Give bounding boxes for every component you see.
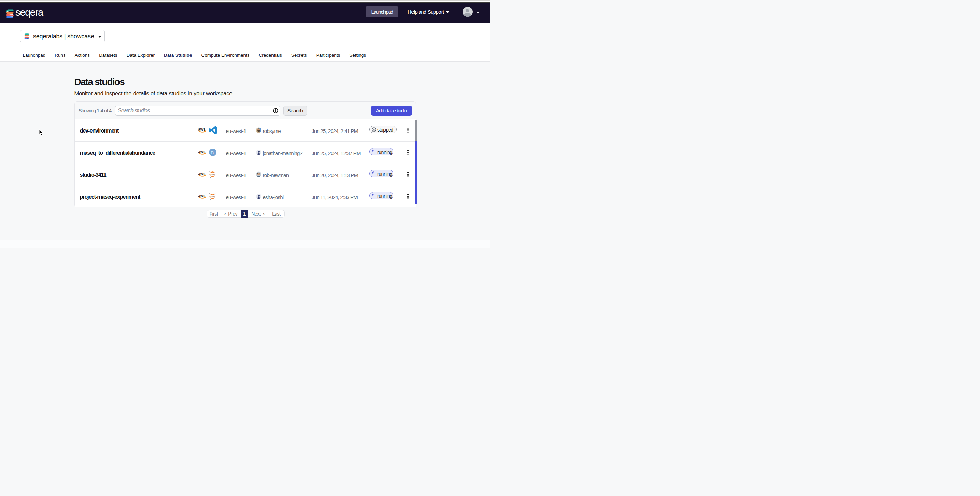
- svg-text:jupyter: jupyter: [209, 195, 215, 198]
- svg-text:R: R: [211, 150, 214, 155]
- svg-text:jupyter: jupyter: [209, 173, 215, 175]
